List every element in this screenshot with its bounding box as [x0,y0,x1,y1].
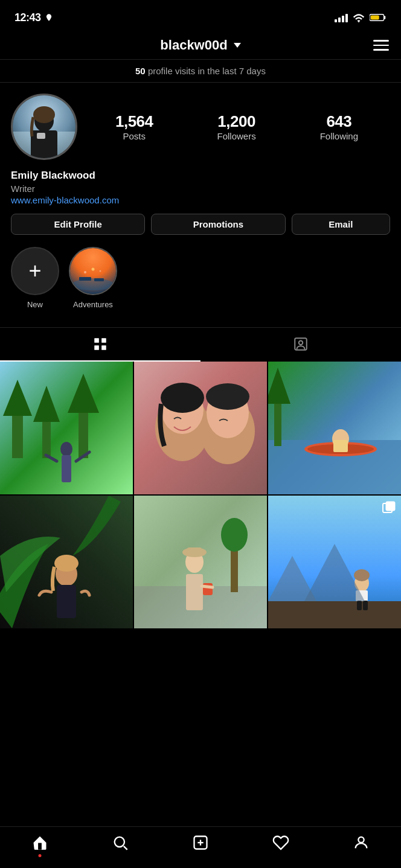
svg-point-11 [72,278,114,290]
svg-rect-2 [384,16,386,19]
svg-rect-9 [37,133,45,139]
story-new[interactable]: + New [11,247,59,309]
status-time: 12:43 [14,11,41,24]
svg-rect-13 [94,278,104,281]
tabs-row [0,327,401,362]
adventures-story-image [70,248,116,294]
action-buttons: Edit Profile Promotions Email [11,214,390,235]
svg-point-30 [60,442,72,456]
search-icon [112,834,129,851]
home-icon [31,834,48,851]
profile-name: Emily Blackwood [11,170,390,182]
tab-tagged[interactable] [200,328,401,362]
profile-link[interactable]: www.emily-blackwood.com [11,195,390,205]
svg-rect-73 [386,502,395,511]
svg-line-75 [124,846,127,850]
email-button[interactable]: Email [292,214,390,235]
svg-rect-64 [268,601,401,628]
username-dropdown[interactable]: blackw00d [160,37,240,53]
svg-rect-31 [62,455,71,482]
svg-point-37 [161,383,204,413]
promotions-button[interactable]: Promotions [151,214,285,235]
svg-rect-60 [186,574,203,610]
svg-rect-46 [333,440,348,452]
svg-rect-47 [274,398,281,446]
username-text: blackw00d [160,37,227,53]
story-adventures[interactable]: Adventures [69,247,117,309]
followers-label: Followers [217,131,256,141]
svg-rect-18 [101,338,106,343]
svg-point-8 [33,106,55,123]
svg-point-40 [206,383,249,410]
grid-icon [92,336,108,352]
new-story-circle: + [11,247,59,295]
svg-rect-3 [371,16,379,20]
heart-icon [272,834,289,851]
header: blackw00d [0,31,401,59]
profile-visits-banner: 50 profile visits in the last 7 days [0,59,401,83]
svg-rect-19 [94,345,99,350]
svg-rect-51 [57,585,76,618]
svg-rect-26 [42,416,51,458]
svg-point-16 [92,268,95,271]
bottom-nav [0,826,401,868]
avatar-image [13,95,75,158]
visits-count: 50 [135,66,146,76]
grid-item[interactable] [134,496,267,628]
status-icons [335,13,387,22]
grid-item[interactable] [134,362,267,494]
nav-activity[interactable] [272,834,289,851]
svg-point-0 [358,22,360,22]
grid-item[interactable] [0,496,133,628]
chevron-down-icon [234,43,241,48]
signal-bars [335,13,348,22]
svg-rect-24 [12,410,23,458]
svg-point-22 [299,341,303,345]
stat-following[interactable]: 643 Following [320,112,358,141]
adventures-story-label: Adventures [73,300,113,309]
svg-rect-17 [94,338,99,343]
svg-line-62 [202,586,213,587]
person-tag-icon [293,336,309,352]
hamburger-menu[interactable] [373,40,389,51]
visits-text: profile visits in the last 7 days [148,66,266,76]
status-bar: 12:43 [0,0,401,31]
stories-row: + New [11,247,390,321]
svg-rect-20 [101,345,106,350]
nav-search[interactable] [112,834,129,851]
posts-label: Posts [123,131,146,141]
nav-profile[interactable] [353,834,370,851]
following-count: 643 [326,112,351,131]
location-icon [45,13,53,22]
svg-point-15 [100,270,101,272]
svg-point-56 [221,518,248,552]
notification-dot [39,854,42,857]
stat-followers[interactable]: 1,200 Followers [217,112,256,141]
svg-rect-12 [79,277,91,281]
grid-item[interactable] [0,362,133,494]
followers-count: 1,200 [217,112,255,131]
svg-point-74 [115,837,124,847]
profile-section: 1,564 Posts 1,200 Followers 643 Followin… [0,83,401,327]
tab-grid[interactable] [0,328,200,362]
wifi-icon [353,13,365,22]
nav-create[interactable] [192,834,209,851]
plus-icon: + [28,260,41,282]
nav-home[interactable] [31,834,48,851]
stats-container: 1,564 Posts 1,200 Followers 643 Followin… [77,112,390,141]
grid-item[interactable] [268,362,401,494]
profile-info: Emily Blackwood Writer www.emily-blackwo… [11,170,390,205]
svg-point-52 [54,555,79,572]
svg-rect-68 [363,601,368,610]
avatar[interactable] [11,94,77,160]
profile-nav-icon [353,834,370,851]
edit-profile-button[interactable]: Edit Profile [11,214,145,235]
stat-posts[interactable]: 1,564 Posts [115,112,153,141]
new-story-label: New [27,300,43,309]
grid-item[interactable] [268,496,401,628]
following-label: Following [320,131,358,141]
profile-bio: Writer [11,183,390,194]
adventures-story-circle [69,247,117,295]
svg-point-79 [358,837,364,843]
photo-grid [0,362,401,628]
